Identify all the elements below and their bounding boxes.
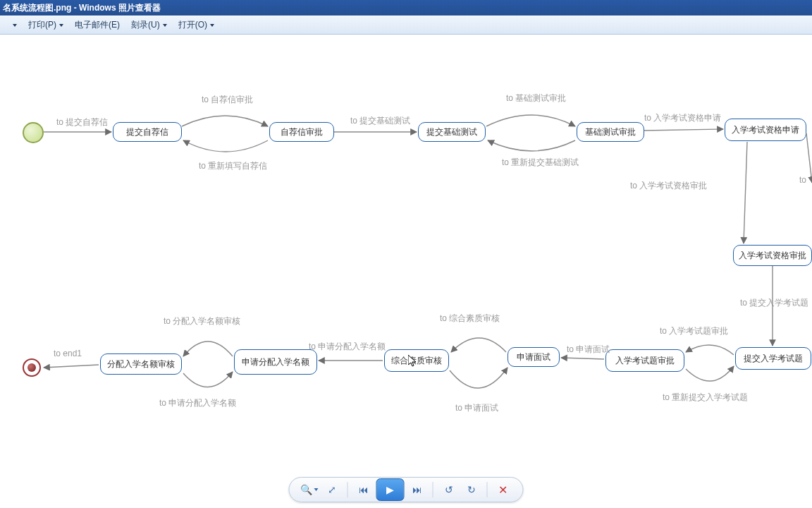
edge-label: to 申请面试	[455, 404, 498, 412]
edge-label: to end1	[54, 349, 82, 358]
node-apply-interview: 申请面试	[508, 347, 560, 367]
magnifier-icon: 🔍	[300, 484, 312, 495]
edge-label: to 申请分配入学名额	[159, 399, 236, 407]
start-node	[23, 122, 44, 143]
edge-label: to 重新提交基础测试	[502, 158, 579, 167]
node-apply-quota: 申请分配入学名额	[234, 349, 317, 375]
dropdown-icon	[163, 24, 167, 27]
edge-label: to 入学考试资格审批	[630, 181, 707, 190]
zoom-out-button[interactable]: 🔍	[300, 480, 319, 500]
node-submit-basic: 提交基础测试	[418, 122, 486, 142]
delete-button[interactable]: ✕	[493, 480, 513, 500]
edges-svg	[0, 35, 812, 474]
fit-icon: ⤢	[328, 484, 336, 495]
edge-label: to 重新填写自荐信	[199, 162, 267, 170]
edge-label: to 自荐信审批	[202, 95, 253, 104]
edge-label: to 入学考试题审批	[660, 327, 728, 335]
node-submit-exam: 提交入学考试题	[735, 347, 811, 370]
prev-icon: ⏮	[359, 484, 369, 495]
menu-first[interactable]	[4, 16, 23, 34]
edge-label: to 申请面试	[567, 345, 610, 353]
title-file: 名系统流程图.png	[3, 3, 71, 13]
rotate-ccw-icon: ↺	[445, 484, 453, 495]
node-exam-approve: 入学考试题审批	[605, 349, 684, 372]
rotate-ccw-button[interactable]: ↺	[439, 480, 459, 500]
slideshow-icon: ▶	[386, 484, 394, 495]
node-rec-approve: 自荐信审批	[269, 122, 334, 142]
diagram-canvas: 提交自荐信 自荐信审批 提交基础测试 基础测试审批 入学考试资格申请 入学考试资…	[0, 35, 812, 474]
edge-label: to 分配入学名额审核	[164, 317, 240, 325]
edge-label: to 综合素质审核	[440, 314, 500, 322]
node-quality-review: 综合素质审核	[384, 349, 449, 372]
node-exam-qual-approve: 入学考试资格审批	[733, 245, 812, 266]
edge-label: to 提交自荐信	[56, 118, 108, 126]
edge-label: to 提交入学考试题	[740, 298, 808, 307]
viewer-toolbar: 🔍 ⤢ ⏮ ▶ ⏭ ↺ ↻ ✕	[289, 477, 524, 502]
edge-label: to 基础测试审批	[506, 94, 566, 102]
prev-button[interactable]: ⏮	[354, 480, 374, 500]
edge-label: to 入学考试资格申请	[644, 114, 721, 122]
edge-label: to	[799, 176, 806, 184]
menu-email[interactable]: 电子邮件(E)	[69, 16, 125, 34]
chevron-down-icon	[314, 488, 318, 491]
edge-label: to 提交基础测试	[350, 116, 410, 125]
dropdown-icon	[13, 24, 17, 27]
dropdown-icon	[59, 24, 63, 27]
slideshow-button[interactable]: ▶	[376, 478, 405, 501]
menu-print[interactable]: 打印(P)	[23, 16, 69, 34]
next-icon: ⏭	[412, 484, 422, 495]
node-exam-qual-apply: 入学考试资格申请	[725, 119, 806, 141]
rotate-cw-icon: ↻	[467, 484, 476, 495]
node-submit-rec: 提交自荐信	[113, 122, 182, 142]
node-quota-review: 分配入学名额审核	[100, 353, 182, 375]
edge-label: to 申请分配入学名额	[309, 342, 386, 351]
node-basic-approve: 基础测试审批	[577, 122, 644, 142]
menu-open[interactable]: 打开(O)	[173, 16, 220, 34]
dropdown-icon	[210, 24, 214, 27]
menu-bar: 打印(P) 电子邮件(E) 刻录(U) 打开(O)	[0, 16, 812, 35]
rotate-cw-button[interactable]: ↻	[462, 480, 481, 500]
menu-burn[interactable]: 刻录(U)	[125, 16, 173, 34]
edge-label: to 重新提交入学考试题	[663, 393, 748, 401]
title-app: Windows 照片查看器	[79, 3, 161, 13]
delete-icon: ✕	[498, 483, 508, 497]
end-node	[23, 358, 41, 377]
fit-button[interactable]: ⤢	[322, 480, 342, 500]
next-button[interactable]: ⏭	[407, 480, 427, 500]
title-bar: 名系统流程图.png - Windows 照片查看器	[0, 0, 812, 16]
